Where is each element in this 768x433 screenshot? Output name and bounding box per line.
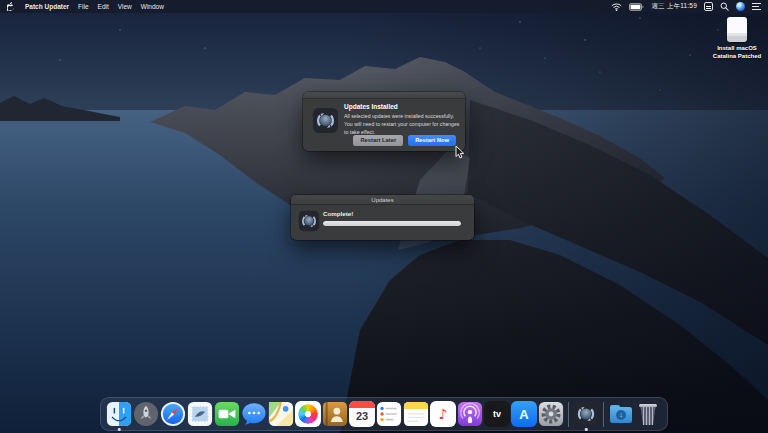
launchpad-icon: [133, 401, 159, 427]
dock-item-launchpad[interactable]: [133, 401, 159, 427]
reminders-icon: [376, 401, 402, 427]
desktop-icon-label: Install macOS Catalina Patched: [709, 45, 765, 60]
battery-icon[interactable]: [629, 3, 644, 11]
mouse-cursor: [455, 145, 465, 159]
dock: 23 ♪: [100, 397, 668, 431]
menu-bar: Patch Updater File Edit View Window 週三 上…: [0, 0, 768, 13]
dialog-titlebar[interactable]: [303, 92, 465, 99]
desktop-icon-install-macos[interactable]: Install macOS Catalina Patched: [709, 17, 765, 60]
dock-item-photos[interactable]: [295, 401, 321, 427]
podcasts-icon: [457, 401, 483, 427]
dock-item-trash[interactable]: [635, 401, 661, 427]
window-titlebar[interactable]: Updates: [291, 195, 474, 205]
facetime-icon: [214, 401, 240, 427]
trash-icon: [635, 401, 661, 427]
photos-icon: [295, 401, 321, 427]
mail-icon: [187, 401, 213, 427]
system-preferences-icon: [538, 401, 564, 427]
window-body: Complete!: [291, 205, 474, 239]
patch-updater-icon: [312, 107, 339, 134]
menu-view[interactable]: View: [118, 3, 132, 10]
installer-drive-icon: [727, 17, 747, 42]
progress-status-text: Complete!: [323, 210, 353, 217]
menu-edit[interactable]: Edit: [98, 3, 109, 10]
dock-separator: [603, 402, 604, 427]
apple-tv-icon: tv: [484, 401, 510, 427]
dock-item-app-store[interactable]: A: [511, 401, 537, 427]
app-store-icon: A: [511, 401, 537, 427]
desktop: Patch Updater File Edit View Window 週三 上…: [0, 0, 768, 433]
dock-item-contacts[interactable]: [322, 401, 348, 427]
music-icon: ♪: [430, 401, 456, 427]
dock-item-notes[interactable]: [403, 401, 429, 427]
wifi-icon[interactable]: [611, 3, 622, 11]
dock-item-downloads[interactable]: ↓: [608, 401, 634, 427]
dock-item-podcasts[interactable]: [457, 401, 483, 427]
contacts-icon: [322, 401, 348, 427]
apple-logo-icon: [7, 2, 16, 12]
apple-menu[interactable]: [7, 2, 16, 12]
calendar-day: 23: [349, 408, 375, 425]
dock-item-calendar[interactable]: 23: [349, 401, 375, 427]
dock-item-facetime[interactable]: [214, 401, 240, 427]
progress-bar-fill: [323, 221, 461, 226]
spotlight-icon[interactable]: [720, 2, 729, 11]
safari-icon: [160, 401, 186, 427]
dock-item-tv[interactable]: tv: [484, 401, 510, 427]
dock-item-system-preferences[interactable]: [538, 401, 564, 427]
messages-icon: [241, 401, 267, 427]
updates-installed-dialog: Updates Installed All selected updates w…: [303, 92, 465, 151]
menu-window[interactable]: Window: [141, 3, 164, 10]
dock-item-patch-updater[interactable]: [573, 401, 599, 427]
updates-progress-window: Updates Complete!: [291, 195, 474, 240]
dock-item-safari[interactable]: [160, 401, 186, 427]
dock-item-maps[interactable]: [268, 401, 294, 427]
dock-separator: [568, 402, 569, 427]
dock-item-music[interactable]: ♪: [430, 401, 456, 427]
menu-file[interactable]: File: [78, 3, 88, 10]
calendar-icon: 23: [349, 401, 375, 427]
restart-later-button[interactable]: Restart Later: [353, 135, 403, 146]
patch-updater-icon: [573, 401, 599, 427]
siri-icon[interactable]: [736, 2, 745, 11]
dialog-title: Updates Installed: [344, 103, 398, 110]
app-menu-title[interactable]: Patch Updater: [25, 3, 69, 10]
patch-updater-icon: [298, 210, 320, 232]
dock-item-messages[interactable]: [241, 401, 267, 427]
input-source-icon[interactable]: [704, 2, 713, 11]
notes-icon: [403, 401, 429, 427]
dock-item-finder[interactable]: [106, 401, 132, 427]
notification-center-icon[interactable]: [752, 3, 761, 10]
maps-icon: [268, 401, 294, 427]
running-indicator: [118, 428, 121, 431]
dock-item-mail[interactable]: [187, 401, 213, 427]
dialog-buttons: Restart Later Restart Now: [353, 135, 456, 146]
running-indicator: [585, 428, 588, 431]
downloads-folder-icon: ↓: [608, 401, 634, 427]
restart-now-button[interactable]: Restart Now: [408, 135, 456, 146]
menu-bar-clock[interactable]: 週三 上午11:59: [651, 2, 697, 11]
finder-icon: [106, 401, 132, 427]
dialog-message: All selected updates were installed succ…: [344, 112, 461, 136]
progress-bar: [323, 221, 461, 226]
dock-item-reminders[interactable]: [376, 401, 402, 427]
